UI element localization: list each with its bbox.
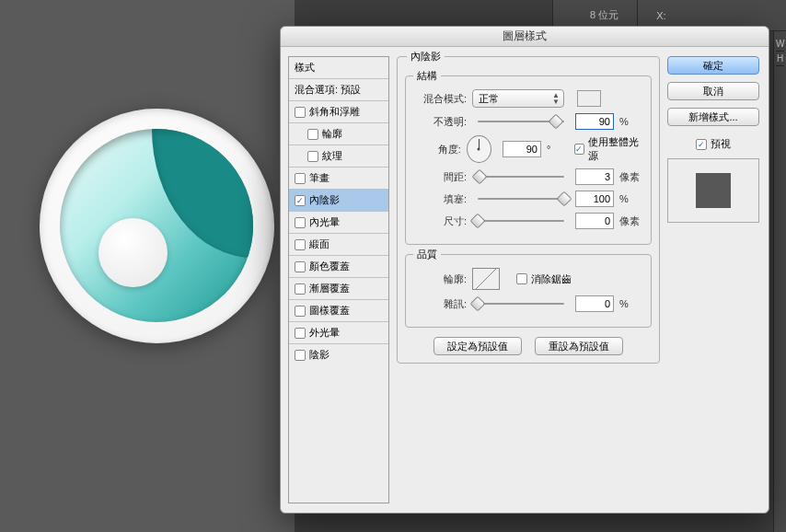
style-label: 斜角和浮雕	[309, 105, 360, 119]
style-checkbox[interactable]	[295, 261, 306, 272]
blend-options-button[interactable]: 混合選項: 預設	[289, 79, 388, 101]
x-coord-label: X:	[656, 10, 665, 21]
layer-style-dialog: 圖層樣式 樣式 混合選項: 預設 斜角和浮雕輪廓紋理筆畫✓內陰影內光暈緞面顏色覆…	[280, 26, 769, 514]
shadow-color-swatch[interactable]	[577, 90, 601, 107]
style-label: 顏色覆蓋	[309, 260, 350, 273]
style-item[interactable]: 漸層覆蓋	[289, 278, 388, 300]
noise-slider[interactable]	[478, 303, 564, 305]
settings-panel: 內陰影 結構 混合模式: 正常 ▲▼ 不透明:	[397, 56, 660, 503]
style-label: 內陰影	[309, 193, 340, 207]
style-label: 緞面	[309, 237, 329, 251]
dialog-title: 圖層樣式	[281, 27, 769, 47]
style-checkbox[interactable]	[295, 328, 306, 339]
style-item[interactable]: 圖樣覆蓋	[289, 300, 388, 322]
size-input[interactable]	[575, 213, 614, 229]
style-label: 陰影	[309, 348, 329, 362]
structure-title: 結構	[413, 69, 441, 83]
style-checkbox[interactable]	[295, 107, 306, 118]
canvas-area	[0, 0, 295, 532]
style-checkbox[interactable]	[295, 283, 306, 295]
distance-input[interactable]	[575, 168, 614, 185]
inner-shadow-title: 內陰影	[407, 50, 445, 64]
make-default-button[interactable]: 設定為預設值	[433, 337, 522, 355]
style-item[interactable]: 筆畫	[289, 168, 388, 190]
new-style-button[interactable]: 新增樣式...	[667, 108, 759, 126]
style-label: 外光暈	[309, 326, 340, 340]
reset-default-button[interactable]: 重設為預設值	[535, 337, 623, 355]
noise-input[interactable]	[575, 295, 614, 312]
style-checkbox[interactable]	[295, 217, 306, 228]
angle-dial[interactable]	[467, 135, 491, 163]
chevron-updown-icon: ▲▼	[552, 92, 560, 105]
style-label: 筆畫	[309, 171, 329, 185]
styles-header[interactable]: 樣式	[289, 57, 388, 79]
style-checkbox[interactable]: ✓	[295, 195, 306, 206]
style-item[interactable]: ✓內陰影	[289, 190, 388, 212]
style-checkbox[interactable]	[307, 151, 318, 162]
style-item[interactable]: 緞面	[289, 234, 388, 256]
opacity-input[interactable]	[575, 113, 614, 130]
blend-mode-select[interactable]: 正常 ▲▼	[472, 89, 564, 108]
choke-input[interactable]	[575, 191, 614, 207]
preview-checkbox[interactable]: ✓ 預視	[667, 137, 759, 151]
bit-depth-label: 8 位元	[590, 8, 618, 22]
style-item[interactable]: 斜角和浮雕	[289, 101, 388, 123]
style-checkbox[interactable]	[295, 350, 306, 361]
style-checkbox[interactable]	[295, 173, 306, 184]
ok-button[interactable]: 確定	[667, 56, 759, 75]
cancel-button[interactable]: 取消	[667, 82, 759, 100]
contour-picker[interactable]	[472, 268, 500, 290]
style-label: 圖樣覆蓋	[309, 304, 350, 318]
preview-swatch	[667, 158, 759, 223]
style-label: 紋理	[322, 149, 342, 163]
antialias-checkbox[interactable]: 消除鋸齒	[516, 272, 572, 286]
logo-preview	[37, 83, 276, 368]
styles-list: 樣式 混合選項: 預設 斜角和浮雕輪廓紋理筆畫✓內陰影內光暈緞面顏色覆蓋漸層覆蓋…	[288, 56, 389, 503]
choke-slider[interactable]	[478, 198, 564, 200]
style-label: 內光暈	[309, 215, 340, 229]
style-item[interactable]: 紋理	[289, 145, 388, 168]
right-panel-rail: W H	[773, 31, 786, 532]
angle-input[interactable]	[503, 141, 541, 157]
style-checkbox[interactable]	[295, 306, 306, 317]
style-item[interactable]: 陰影	[289, 344, 388, 365]
style-item[interactable]: 顏色覆蓋	[289, 256, 388, 278]
dialog-right-column: 確定 取消 新增樣式... ✓ 預視	[667, 56, 759, 503]
quality-title: 品質	[413, 248, 441, 261]
distance-slider[interactable]	[478, 176, 564, 178]
style-label: 輪廓	[322, 127, 342, 141]
opacity-slider[interactable]	[478, 121, 564, 122]
style-item[interactable]: 輪廓	[289, 123, 388, 145]
global-light-checkbox[interactable]: ✓ 使用整體光源	[574, 135, 642, 163]
style-checkbox[interactable]	[307, 129, 318, 140]
style-label: 漸層覆蓋	[309, 282, 350, 295]
style-item[interactable]: 外光暈	[289, 322, 388, 344]
size-slider[interactable]	[478, 220, 564, 222]
style-checkbox[interactable]	[295, 239, 306, 250]
style-item[interactable]: 內光暈	[289, 212, 388, 234]
